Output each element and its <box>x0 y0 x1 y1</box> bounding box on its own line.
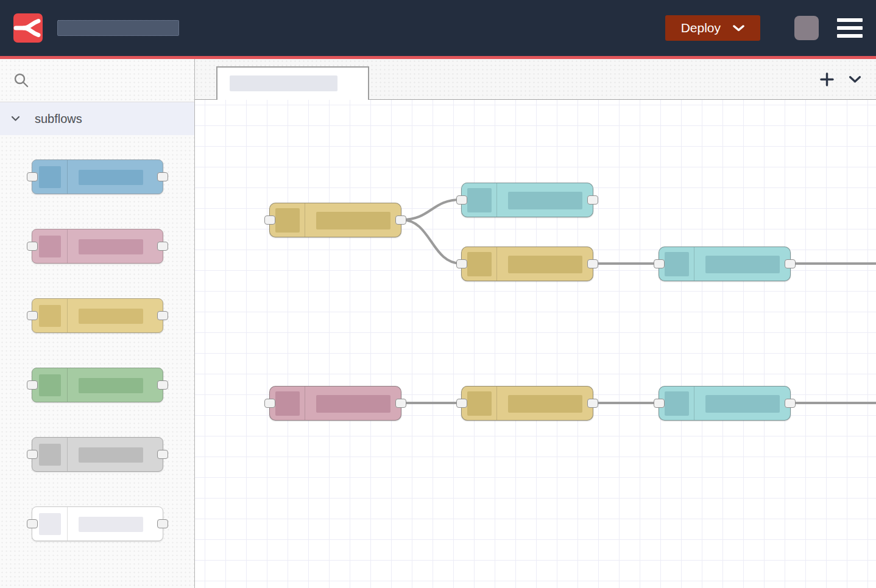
node-port-input[interactable] <box>264 215 275 225</box>
deploy-label: Deploy <box>681 21 721 35</box>
section-label: subflows <box>35 112 82 126</box>
node-label-placeholder <box>508 395 582 413</box>
node-port-output[interactable] <box>395 215 406 225</box>
node-icon <box>39 374 61 396</box>
node-label-placeholder <box>79 170 143 185</box>
flow-node-cyan-n7[interactable] <box>659 386 791 421</box>
main-layout: subflows <box>0 59 876 588</box>
plus-icon <box>820 72 834 86</box>
node-port-input[interactable] <box>27 242 38 251</box>
node-icon <box>275 208 300 233</box>
node-port-output[interactable] <box>157 172 168 181</box>
wire-layer <box>195 100 876 588</box>
flow-node-yellow-n3[interactable] <box>461 247 593 281</box>
hamburger-icon <box>837 18 863 22</box>
node-label-placeholder <box>508 192 582 209</box>
node-label-placeholder <box>705 256 780 273</box>
palette <box>0 135 194 541</box>
node-port-input[interactable] <box>27 519 38 528</box>
node-label-placeholder <box>79 239 143 254</box>
node-port-input[interactable] <box>27 380 38 390</box>
node-port-input[interactable] <box>27 311 38 320</box>
node-icon <box>467 252 492 276</box>
node-port-input[interactable] <box>27 172 38 181</box>
node-port-input[interactable] <box>27 450 38 459</box>
node-label-placeholder <box>705 395 780 413</box>
tab-actions <box>818 59 864 100</box>
flow-node-pink-n5[interactable] <box>269 386 401 421</box>
node-port-output[interactable] <box>395 399 406 408</box>
palette-node-green[interactable] <box>32 368 163 402</box>
node-port-output[interactable] <box>785 399 796 408</box>
node-port-output[interactable] <box>157 380 168 390</box>
flow-list-button[interactable] <box>846 73 864 86</box>
palette-node-pink[interactable] <box>32 229 163 264</box>
node-icon <box>39 444 61 466</box>
node-port-output[interactable] <box>157 450 168 459</box>
node-port-input[interactable] <box>654 259 665 268</box>
node-icon <box>275 391 300 416</box>
node-port-output[interactable] <box>785 259 796 268</box>
node-red-branch-icon <box>13 13 43 43</box>
node-port-output[interactable] <box>157 242 168 251</box>
menu-button[interactable] <box>837 16 863 40</box>
flow-node-yellow-n6[interactable] <box>461 386 593 421</box>
add-flow-button[interactable] <box>818 70 836 89</box>
node-icon <box>467 391 492 416</box>
node-port-output[interactable] <box>587 399 598 408</box>
node-label-placeholder <box>79 447 143 463</box>
workspace <box>195 59 876 588</box>
node-icon <box>39 513 61 535</box>
palette-section-subflows[interactable]: subflows <box>0 102 194 135</box>
flow-node-yellow-n1[interactable] <box>269 203 401 237</box>
node-label-placeholder <box>79 378 143 393</box>
node-icon <box>467 188 492 212</box>
node-icon <box>39 305 61 327</box>
node-label-placeholder <box>508 256 582 273</box>
palette-node-white[interactable] <box>32 506 163 541</box>
node-port-input[interactable] <box>456 259 467 268</box>
node-label-placeholder <box>79 309 143 324</box>
node-label-placeholder <box>79 517 143 532</box>
node-label-placeholder <box>316 395 390 413</box>
header: Deploy <box>0 0 876 59</box>
node-red-logo[interactable] <box>13 13 43 43</box>
chevron-down-icon <box>849 75 861 83</box>
flow-node-cyan-n4[interactable] <box>659 247 791 281</box>
tab-bar <box>195 59 876 100</box>
chevron-down-icon <box>11 116 20 122</box>
palette-node-yellow[interactable] <box>32 298 163 333</box>
node-port-output[interactable] <box>157 519 168 528</box>
palette-search[interactable] <box>0 59 194 102</box>
header-title-placeholder <box>57 20 179 36</box>
wire[interactable] <box>401 200 461 220</box>
node-port-input[interactable] <box>456 399 467 408</box>
palette-sidebar: subflows <box>0 59 195 588</box>
node-icon <box>665 391 689 416</box>
wire[interactable] <box>401 220 461 264</box>
deploy-button[interactable]: Deploy <box>665 15 760 41</box>
node-port-output[interactable] <box>587 259 598 268</box>
node-port-output[interactable] <box>157 311 168 320</box>
palette-node-gray[interactable] <box>32 437 163 472</box>
node-port-input[interactable] <box>654 399 665 408</box>
flow-canvas[interactable] <box>195 100 876 588</box>
hamburger-icon <box>837 26 863 30</box>
node-icon <box>665 252 689 276</box>
node-port-input[interactable] <box>264 399 275 408</box>
tab-label-placeholder <box>230 75 337 91</box>
chevron-down-icon <box>733 25 744 32</box>
node-icon <box>39 236 61 257</box>
node-icon <box>39 166 61 188</box>
tab-flow-active[interactable] <box>216 66 369 100</box>
avatar[interactable] <box>794 16 819 40</box>
hamburger-icon <box>837 34 863 38</box>
palette-node-blue[interactable] <box>32 159 163 194</box>
flow-node-cyan-n2[interactable] <box>461 183 593 217</box>
node-port-output[interactable] <box>587 195 598 205</box>
search-icon <box>13 72 29 88</box>
node-port-input[interactable] <box>456 195 467 205</box>
node-label-placeholder <box>316 212 390 229</box>
